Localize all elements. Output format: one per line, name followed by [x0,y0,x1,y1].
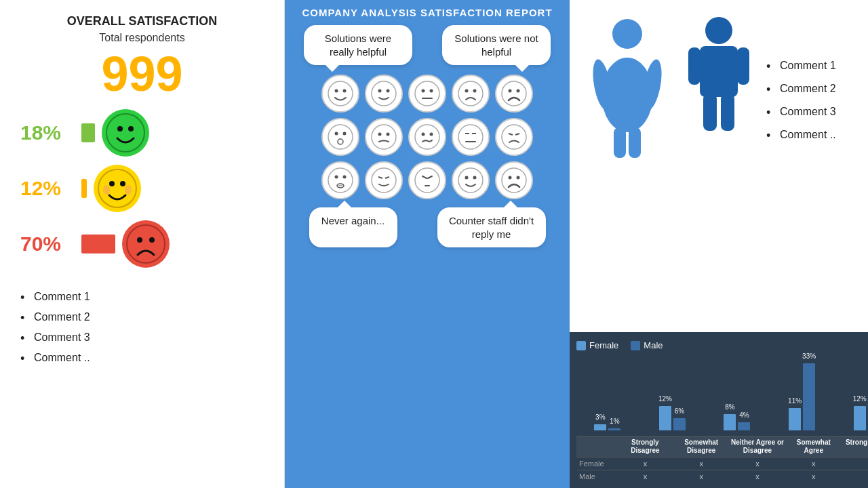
svg-point-5 [120,181,125,186]
svg-rect-70 [700,46,738,97]
face-sad [122,220,170,268]
chart-group-2: 12% 6% [642,356,704,433]
svg-point-57 [458,168,483,192]
chart-cell-m2: x [673,470,730,483]
emoji-2-1 [321,118,359,156]
svg-point-15 [378,89,382,93]
chart-cat-4: Somewhat Agree [785,436,842,457]
bar-70 [81,235,115,253]
bar-female-4: 11% [789,408,801,430]
svg-point-33 [387,133,390,136]
svg-point-63 [612,19,642,49]
chart-table: Strongly Disagree Somewhat Disagree Neit… [576,436,868,483]
svg-point-1 [117,126,123,131]
pct-12: 12% [20,177,75,200]
chart-cat-3: Neither Agree or Disagree [730,436,786,457]
svg-point-13 [343,89,347,93]
svg-point-0 [106,114,144,152]
emoji-2-5 [495,118,533,156]
bubble-bottom-left: Never again... [309,207,397,247]
svg-point-12 [335,89,338,93]
svg-point-21 [458,81,483,106]
svg-point-45 [335,176,338,179]
right-comment-2: Comment 2 [766,77,868,100]
svg-point-27 [328,125,353,149]
svg-rect-68 [629,127,641,158]
chart-data-row-male: Male x x x x x [576,470,868,483]
bottom-bubbles: Never again... Counter staff didn't repl… [292,207,563,247]
bar-female-3: 8% [724,414,736,430]
emoji-1-1 [321,75,359,113]
svg-point-17 [415,81,439,106]
emoji-grid [321,75,533,199]
bar-male-2: 6% [673,418,686,430]
emoji-1-5 [495,75,533,113]
bar-12 [81,179,87,198]
svg-point-62 [517,176,520,180]
chart-group-5: 12% 10% [835,356,868,433]
svg-point-14 [372,81,396,106]
chart-header-empty [576,436,617,457]
bar-female-label-1: 3% [595,413,605,421]
svg-point-16 [387,89,390,93]
svg-point-35 [422,133,425,136]
bar-male-3: 4% [738,422,750,430]
legend-male: Male [631,340,663,350]
svg-point-61 [509,176,512,180]
chart-cell-f1: x [617,458,673,470]
bar-male-label-3: 4% [739,411,749,419]
center-panel: COMPANY ANALYSIS SATISFACTION REPORT Sol… [285,0,570,488]
chart-area: Female Male 3% 1% 12% 6% [570,332,868,488]
right-comment-4: Comment .. [766,123,868,146]
svg-point-69 [705,17,732,44]
bubble-bottom-right: Counter staff didn't reply me [437,207,546,247]
right-comment-3: Comment 3 [766,100,868,123]
chart-cell-m5: x [842,470,868,483]
chart-data-row-female: Female x x x x x [576,457,868,470]
svg-point-49 [372,168,396,192]
svg-point-56 [427,186,428,186]
figure-male [685,14,753,163]
bar-female-label-5: 12% [853,395,867,403]
svg-point-34 [415,125,439,149]
svg-point-29 [343,132,347,136]
svg-point-58 [465,176,469,180]
svg-point-41 [502,125,526,149]
svg-rect-71 [688,47,701,85]
svg-point-10 [149,237,155,243]
pct-18: 18% [20,121,75,144]
svg-point-28 [335,132,338,136]
satisfaction-row-2: 12% [20,165,264,212]
svg-rect-72 [737,47,749,85]
svg-point-26 [517,89,520,93]
bar-female-label-4: 11% [788,397,802,405]
bars-group-1: 3% 1% [594,356,620,430]
legend-female: Female [576,340,618,350]
face-neutral [94,165,141,212]
svg-point-46 [343,176,347,179]
emoji-1-2 [365,75,403,113]
emoji-2-3 [408,118,446,156]
right-panel: Comment 1 Comment 2 Comment 3 Comment ..… [570,0,868,488]
figure-female [590,14,665,163]
left-comment-3: Comment 3 [20,327,264,348]
face-happy [102,109,149,157]
svg-point-36 [430,133,433,136]
emoji-3-2 [365,161,403,199]
svg-point-18 [422,89,425,93]
total-respondents-label: Total respondents [20,32,264,44]
svg-point-6 [103,185,110,195]
svg-point-23 [473,89,477,93]
emoji-3-4 [452,161,490,199]
chart-group-1: 3% 1% [576,356,639,433]
svg-point-60 [502,168,526,192]
left-comments: Comment 1 Comment 2 Comment 3 Comment .. [20,287,264,368]
svg-point-9 [137,237,142,243]
emoji-2-2 [365,118,403,156]
chart-row-label-female: Female [576,458,617,470]
bar-male-label-1: 1% [610,418,619,425]
svg-point-22 [465,89,469,93]
bar-female-5: 12% [854,406,866,430]
emoji-1-4 [452,75,490,113]
emoji-3-3 [408,161,446,199]
